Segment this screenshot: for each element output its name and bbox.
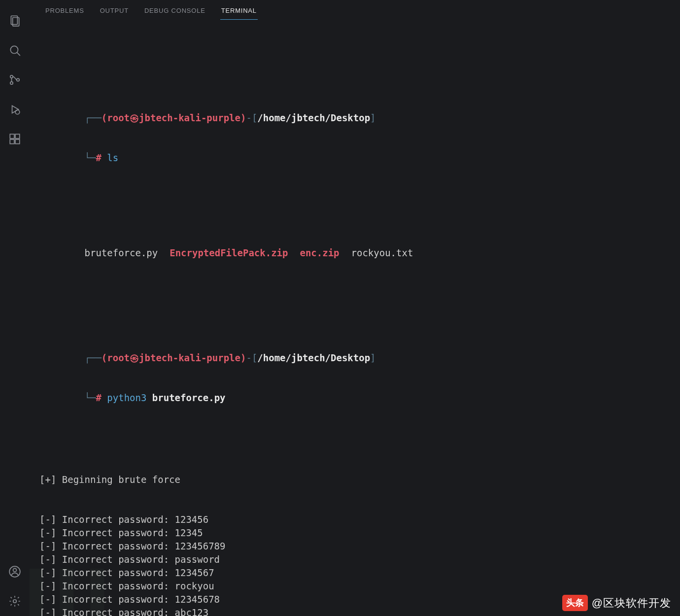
output-line: [+] Beginning brute force xyxy=(39,473,670,486)
file-item: bruteforce.py xyxy=(85,247,158,258)
explorer-icon[interactable] xyxy=(3,9,27,33)
tab-output[interactable]: OUTPUT xyxy=(99,5,130,20)
svg-point-4 xyxy=(10,75,13,78)
prompt-bracket-open: [ xyxy=(252,112,257,123)
search-icon[interactable] xyxy=(3,38,27,62)
source-control-icon[interactable] xyxy=(3,68,27,92)
svg-point-5 xyxy=(10,82,13,84)
file-item: EncryptedFilePack.zip xyxy=(170,247,288,258)
prompt-corner-top: ┌── xyxy=(85,112,102,123)
shell-prompt: ┌──(root㉿jbtech-kali-purple)-[/home/jbte… xyxy=(39,98,670,178)
prompt-open: ( xyxy=(102,112,107,123)
svg-line-3 xyxy=(17,52,20,56)
tab-debug-console[interactable]: DEBUG CONSOLE xyxy=(143,5,206,20)
ls-output: bruteforce.pyEncryptedFilePack.zipenc.zi… xyxy=(39,233,670,273)
prompt-path: /home/jbtech/Desktop xyxy=(257,112,370,123)
output-line: [-] Incorrect password: 123456 xyxy=(39,513,670,526)
settings-gear-icon[interactable] xyxy=(3,589,27,613)
file-item: enc.zip xyxy=(300,247,339,258)
prompt-bracket-close: ] xyxy=(370,112,375,123)
activity-bar xyxy=(0,0,30,616)
svg-rect-9 xyxy=(10,134,14,138)
output-line: [-] Incorrect password: password xyxy=(39,553,670,566)
prompt-hash: # xyxy=(96,152,101,163)
output-line: [-] Incorrect password: rockyou xyxy=(39,580,670,593)
run-debug-icon[interactable] xyxy=(3,98,27,121)
output-line: [-] Incorrect password: 123456789 xyxy=(39,540,670,553)
svg-rect-10 xyxy=(15,134,20,138)
prompt-corner-bot: └─ xyxy=(85,152,96,163)
command-python3: python3 xyxy=(107,392,146,403)
command-ls: ls xyxy=(107,152,118,163)
output-line: [-] Incorrect password: 12345 xyxy=(39,526,670,540)
svg-rect-11 xyxy=(10,139,14,144)
tab-terminal[interactable]: TERMINAL xyxy=(220,5,258,20)
command-arg-script: bruteforce.py xyxy=(152,392,226,403)
output-line: [-] Incorrect password: 1234567 xyxy=(39,566,670,580)
prompt-host: jbtech-kali-purple xyxy=(139,112,240,123)
prompt-user: root xyxy=(107,112,130,123)
watermark: 头条 @区块软件开发 xyxy=(562,595,671,611)
extensions-icon[interactable] xyxy=(3,127,27,151)
svg-point-2 xyxy=(10,46,18,53)
prompt-at: ㉿ xyxy=(130,112,139,123)
svg-point-14 xyxy=(13,568,17,572)
watermark-text: @区块软件开发 xyxy=(592,596,671,610)
main-panel: PROBLEMS OUTPUT DEBUG CONSOLE TERMINAL ▌… xyxy=(30,0,680,616)
svg-point-15 xyxy=(13,600,17,603)
prompt-close: ) xyxy=(240,112,246,123)
accounts-icon[interactable] xyxy=(3,560,27,583)
svg-point-6 xyxy=(17,78,19,81)
file-item: rockyou.txt xyxy=(351,247,413,258)
prompt-dash: - xyxy=(246,112,251,123)
panel-tabs: PROBLEMS OUTPUT DEBUG CONSOLE TERMINAL xyxy=(30,0,680,20)
app-root: PROBLEMS OUTPUT DEBUG CONSOLE TERMINAL ▌… xyxy=(0,0,680,616)
tab-problems[interactable]: PROBLEMS xyxy=(44,5,85,20)
shell-prompt: ┌──(root㉿jbtech-kali-purple)-[/home/jbte… xyxy=(39,338,670,418)
terminal[interactable]: ▌▌▌ ┌──(root㉿jbtech-kali-purple)-[/home/… xyxy=(30,20,680,616)
svg-rect-12 xyxy=(15,139,20,144)
svg-point-8 xyxy=(15,110,20,114)
watermark-badge: 头条 xyxy=(562,595,588,611)
